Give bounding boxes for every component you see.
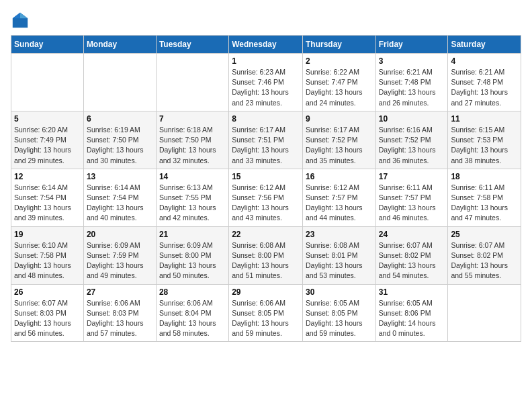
day-info: Sunrise: 6:05 AM Sunset: 8:06 PM Dayligh… xyxy=(379,298,445,339)
day-number: 6 xyxy=(87,114,153,124)
logo xyxy=(11,11,32,30)
calendar-cell: 20Sunrise: 6:09 AM Sunset: 7:59 PM Dayli… xyxy=(83,226,156,284)
day-number: 30 xyxy=(306,287,373,297)
day-number: 9 xyxy=(306,114,373,124)
calendar-cell: 28Sunrise: 6:06 AM Sunset: 8:04 PM Dayli… xyxy=(156,284,228,342)
calendar-cell: 24Sunrise: 6:07 AM Sunset: 8:02 PM Dayli… xyxy=(375,226,448,284)
calendar-cell xyxy=(11,54,84,111)
day-info: Sunrise: 6:07 AM Sunset: 8:03 PM Dayligh… xyxy=(14,298,81,339)
calendar-cell: 15Sunrise: 6:12 AM Sunset: 7:56 PM Dayli… xyxy=(229,169,303,226)
day-info: Sunrise: 6:18 AM Sunset: 7:50 PM Dayligh… xyxy=(159,125,226,166)
calendar-cell: 22Sunrise: 6:08 AM Sunset: 8:00 PM Dayli… xyxy=(229,226,303,284)
calendar-week-row: 26Sunrise: 6:07 AM Sunset: 8:03 PM Dayli… xyxy=(11,284,521,342)
calendar-cell: 29Sunrise: 6:06 AM Sunset: 8:05 PM Dayli… xyxy=(229,284,303,342)
calendar-cell: 6Sunrise: 6:19 AM Sunset: 7:50 PM Daylig… xyxy=(83,111,156,169)
calendar-cell: 23Sunrise: 6:08 AM Sunset: 8:01 PM Dayli… xyxy=(302,226,375,284)
calendar-cell: 7Sunrise: 6:18 AM Sunset: 7:50 PM Daylig… xyxy=(156,111,228,169)
calendar-cell: 5Sunrise: 6:20 AM Sunset: 7:49 PM Daylig… xyxy=(11,111,84,169)
calendar-cell: 16Sunrise: 6:12 AM Sunset: 7:57 PM Dayli… xyxy=(302,169,375,226)
calendar-cell: 9Sunrise: 6:17 AM Sunset: 7:52 PM Daylig… xyxy=(302,111,375,169)
calendar-cell: 21Sunrise: 6:09 AM Sunset: 8:00 PM Dayli… xyxy=(156,226,228,284)
calendar-cell: 30Sunrise: 6:05 AM Sunset: 8:05 PM Dayli… xyxy=(302,284,375,342)
day-info: Sunrise: 6:14 AM Sunset: 7:54 PM Dayligh… xyxy=(14,183,81,224)
calendar-cell xyxy=(83,54,156,111)
day-number: 29 xyxy=(232,287,300,297)
calendar-table: SundayMondayTuesdayWednesdayThursdayFrid… xyxy=(11,35,521,342)
day-of-week-header: Wednesday xyxy=(229,36,303,54)
day-info: Sunrise: 6:05 AM Sunset: 8:05 PM Dayligh… xyxy=(306,298,373,339)
calendar-cell: 17Sunrise: 6:11 AM Sunset: 7:57 PM Dayli… xyxy=(375,169,448,226)
calendar-week-row: 5Sunrise: 6:20 AM Sunset: 7:49 PM Daylig… xyxy=(11,111,521,169)
day-info: Sunrise: 6:15 AM Sunset: 7:53 PM Dayligh… xyxy=(451,125,518,166)
calendar-cell: 26Sunrise: 6:07 AM Sunset: 8:03 PM Dayli… xyxy=(11,284,84,342)
day-of-week-header: Friday xyxy=(375,36,448,54)
day-info: Sunrise: 6:12 AM Sunset: 7:56 PM Dayligh… xyxy=(232,183,300,224)
day-number: 4 xyxy=(451,56,518,66)
calendar-cell: 25Sunrise: 6:07 AM Sunset: 8:02 PM Dayli… xyxy=(448,226,521,284)
calendar-cell: 27Sunrise: 6:06 AM Sunset: 8:03 PM Dayli… xyxy=(83,284,156,342)
day-number: 8 xyxy=(232,114,300,124)
day-info: Sunrise: 6:23 AM Sunset: 7:46 PM Dayligh… xyxy=(232,67,300,108)
calendar-header-row: SundayMondayTuesdayWednesdayThursdayFrid… xyxy=(11,36,521,54)
day-of-week-header: Thursday xyxy=(302,36,375,54)
day-info: Sunrise: 6:07 AM Sunset: 8:02 PM Dayligh… xyxy=(379,240,445,281)
day-info: Sunrise: 6:11 AM Sunset: 7:57 PM Dayligh… xyxy=(379,183,445,224)
day-number: 23 xyxy=(306,230,373,239)
day-number: 22 xyxy=(232,230,300,239)
calendar-cell: 1Sunrise: 6:23 AM Sunset: 7:46 PM Daylig… xyxy=(229,54,303,111)
calendar-cell: 12Sunrise: 6:14 AM Sunset: 7:54 PM Dayli… xyxy=(11,169,84,226)
calendar-cell: 10Sunrise: 6:16 AM Sunset: 7:52 PM Dayli… xyxy=(375,111,448,169)
day-info: Sunrise: 6:20 AM Sunset: 7:49 PM Dayligh… xyxy=(14,125,81,166)
day-number: 12 xyxy=(14,172,81,181)
day-number: 15 xyxy=(232,172,300,181)
calendar-cell xyxy=(448,284,521,342)
day-number: 19 xyxy=(14,230,81,239)
calendar-cell: 11Sunrise: 6:15 AM Sunset: 7:53 PM Dayli… xyxy=(448,111,521,169)
day-info: Sunrise: 6:17 AM Sunset: 7:52 PM Dayligh… xyxy=(306,125,373,166)
day-number: 28 xyxy=(159,287,226,297)
day-info: Sunrise: 6:08 AM Sunset: 8:01 PM Dayligh… xyxy=(306,240,373,281)
calendar-cell: 2Sunrise: 6:22 AM Sunset: 7:47 PM Daylig… xyxy=(302,54,375,111)
day-number: 16 xyxy=(306,172,373,181)
day-info: Sunrise: 6:09 AM Sunset: 8:00 PM Dayligh… xyxy=(159,240,226,281)
day-number: 31 xyxy=(379,287,445,297)
calendar-week-row: 19Sunrise: 6:10 AM Sunset: 7:58 PM Dayli… xyxy=(11,226,521,284)
day-of-week-header: Tuesday xyxy=(156,36,228,54)
day-number: 5 xyxy=(14,114,81,124)
day-info: Sunrise: 6:19 AM Sunset: 7:50 PM Dayligh… xyxy=(87,125,153,166)
calendar-cell: 19Sunrise: 6:10 AM Sunset: 7:58 PM Dayli… xyxy=(11,226,84,284)
svg-marker-1 xyxy=(20,13,28,18)
day-info: Sunrise: 6:07 AM Sunset: 8:02 PM Dayligh… xyxy=(451,240,518,281)
day-info: Sunrise: 6:09 AM Sunset: 7:59 PM Dayligh… xyxy=(87,240,153,281)
calendar-week-row: 1Sunrise: 6:23 AM Sunset: 7:46 PM Daylig… xyxy=(11,54,521,111)
day-number: 2 xyxy=(306,56,373,66)
day-number: 14 xyxy=(159,172,226,181)
day-info: Sunrise: 6:10 AM Sunset: 7:58 PM Dayligh… xyxy=(14,240,81,281)
calendar-week-row: 12Sunrise: 6:14 AM Sunset: 7:54 PM Dayli… xyxy=(11,169,521,226)
day-info: Sunrise: 6:13 AM Sunset: 7:55 PM Dayligh… xyxy=(159,183,226,224)
day-number: 1 xyxy=(232,56,300,66)
day-number: 17 xyxy=(379,172,445,181)
day-number: 3 xyxy=(379,56,445,66)
day-of-week-header: Saturday xyxy=(448,36,521,54)
day-info: Sunrise: 6:22 AM Sunset: 7:47 PM Dayligh… xyxy=(306,67,373,108)
calendar-cell: 8Sunrise: 6:17 AM Sunset: 7:51 PM Daylig… xyxy=(229,111,303,169)
day-info: Sunrise: 6:11 AM Sunset: 7:58 PM Dayligh… xyxy=(451,183,518,224)
day-info: Sunrise: 6:21 AM Sunset: 7:48 PM Dayligh… xyxy=(379,67,445,108)
day-info: Sunrise: 6:06 AM Sunset: 8:05 PM Dayligh… xyxy=(232,298,300,339)
calendar-cell xyxy=(156,54,228,111)
logo-icon xyxy=(11,11,30,30)
calendar-cell: 4Sunrise: 6:21 AM Sunset: 7:48 PM Daylig… xyxy=(448,54,521,111)
day-number: 7 xyxy=(159,114,226,124)
day-of-week-header: Monday xyxy=(83,36,156,54)
day-number: 18 xyxy=(451,172,518,181)
day-number: 21 xyxy=(159,230,226,239)
day-info: Sunrise: 6:12 AM Sunset: 7:57 PM Dayligh… xyxy=(306,183,373,224)
day-of-week-header: Sunday xyxy=(11,36,84,54)
calendar-cell: 3Sunrise: 6:21 AM Sunset: 7:48 PM Daylig… xyxy=(375,54,448,111)
calendar-cell: 14Sunrise: 6:13 AM Sunset: 7:55 PM Dayli… xyxy=(156,169,228,226)
day-info: Sunrise: 6:21 AM Sunset: 7:48 PM Dayligh… xyxy=(451,67,518,108)
day-info: Sunrise: 6:16 AM Sunset: 7:52 PM Dayligh… xyxy=(379,125,445,166)
calendar-cell: 31Sunrise: 6:05 AM Sunset: 8:06 PM Dayli… xyxy=(375,284,448,342)
day-number: 24 xyxy=(379,230,445,239)
